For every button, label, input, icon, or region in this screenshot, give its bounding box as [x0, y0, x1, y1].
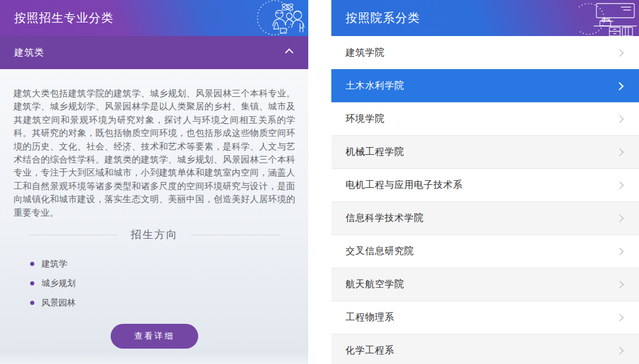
chevron-right-icon	[616, 248, 624, 255]
direction-label: 建筑学	[41, 258, 67, 269]
department-row[interactable]: 化学工程系	[331, 334, 639, 364]
major-panel-header: 按照招生专业分类	[0, 0, 308, 36]
department-label: 信息科学技术学院	[346, 212, 424, 225]
department-label: 工程物理系	[346, 311, 395, 324]
view-detail-button[interactable]: 查看详细	[111, 324, 198, 349]
department-panel-header: 按照院系分类	[331, 0, 639, 36]
major-classification-panel: 按照招生专业分类	[0, 0, 308, 364]
list-item: 城乡规划	[30, 277, 295, 289]
department-list: 建筑学院 土木水利学院 环境学院 机械工程学院 电机工程与应用电子技术系 信息科…	[331, 36, 639, 364]
category-description: 建筑大类包括建筑学院的建筑学、城乡规划、风景园林三个本科专业。建筑学、城乡规划学…	[14, 87, 295, 219]
department-label: 土木水利学院	[346, 80, 404, 92]
department-row[interactable]: 航天航空学院	[331, 268, 639, 301]
list-item: 风景园林	[30, 297, 295, 308]
department-row[interactable]: 机械工程学院	[331, 135, 639, 168]
chevron-right-icon	[616, 148, 624, 156]
department-row[interactable]: 建筑学院	[331, 36, 639, 69]
major-panel-title: 按照招生专业分类	[0, 10, 114, 26]
department-label: 环境学院	[346, 113, 385, 125]
chevron-right-icon	[616, 347, 624, 355]
department-row[interactable]: 交叉信息研究院	[331, 235, 639, 268]
category-label: 建筑类	[14, 47, 44, 59]
department-panel-title: 按照院系分类	[331, 10, 420, 26]
department-label: 机械工程学院	[346, 146, 404, 158]
workstation-illustration	[579, 0, 639, 36]
department-row[interactable]: 信息科学技术学院	[331, 202, 639, 235]
admissions-classification-page: 按照招生专业分类	[0, 0, 639, 364]
chevron-right-icon	[616, 49, 624, 57]
department-label: 交叉信息研究院	[346, 245, 414, 258]
chevron-right-icon	[616, 115, 624, 123]
dot-icon	[30, 301, 34, 305]
dot-icon	[30, 281, 34, 285]
direction-label: 风景园林	[41, 297, 76, 308]
department-label: 化学工程系	[346, 344, 395, 357]
divider-line	[29, 235, 118, 235]
chevron-right-icon	[616, 314, 624, 321]
direction-label: 城乡规划	[41, 278, 76, 289]
department-label: 航天航空学院	[346, 278, 404, 291]
chevron-right-icon	[616, 281, 624, 288]
divider-line	[191, 235, 280, 235]
direction-list: 建筑学 城乡规划 风景园林	[14, 258, 295, 308]
category-detail-body: 建筑大类包括建筑学院的建筑学、城乡规划、风景园林三个本科专业。建筑学、城乡规划学…	[0, 69, 308, 364]
department-label: 电机工程与应用电子技术系	[346, 179, 463, 191]
chevron-right-icon	[616, 181, 624, 189]
directions-title: 招生方向	[131, 228, 178, 242]
accordion-header-architecture[interactable]: 建筑类	[0, 36, 308, 69]
department-row[interactable]: 工程物理系	[331, 301, 639, 334]
department-row[interactable]: 环境学院	[331, 102, 639, 135]
list-item: 建筑学	[30, 258, 295, 269]
dot-icon	[30, 262, 34, 266]
department-classification-panel: 按照院系分类 建筑学院	[331, 0, 639, 364]
department-label: 建筑学院	[346, 47, 385, 59]
chevron-right-icon	[615, 82, 624, 90]
directions-section-header: 招生方向	[14, 227, 295, 242]
scientists-illustration	[240, 0, 308, 36]
chevron-up-icon	[285, 48, 293, 57]
department-row-selected[interactable]: 土木水利学院	[331, 69, 639, 102]
chevron-right-icon	[616, 214, 624, 222]
department-row[interactable]: 电机工程与应用电子技术系	[331, 168, 639, 202]
